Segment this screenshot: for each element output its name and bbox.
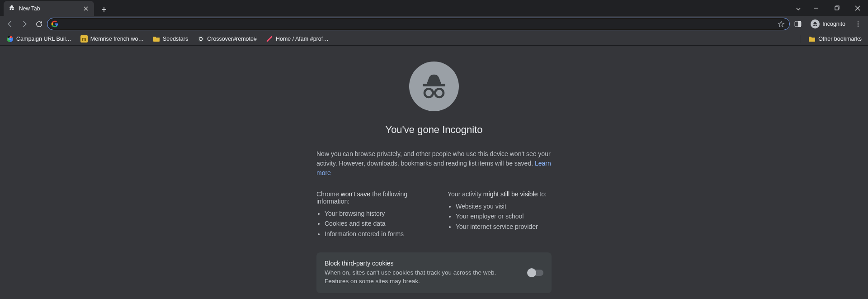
chrome-menu-button[interactable]: [852, 18, 864, 30]
close-window-button[interactable]: [847, 1, 868, 15]
cookie-card-title: Block third-party cookies: [325, 260, 520, 267]
wont-save-column: Chrome won't save the following informat…: [316, 190, 420, 239]
bookmark-item[interactable]: m Memrise french wo…: [77, 33, 147, 44]
browser-tab[interactable]: New Tab: [4, 1, 94, 16]
list-item: Your internet service provider: [456, 222, 552, 232]
col-head-strong: might still be visible: [483, 190, 538, 198]
bookmark-favicon: [6, 35, 14, 43]
col-head-strong: won't save: [341, 190, 371, 198]
svg-point-8: [9, 38, 11, 39]
bookmark-label: Memrise french wo…: [90, 36, 144, 42]
intro-paragraph: Now you can browse privately, and other …: [289, 149, 579, 178]
toolbar: Incognito: [0, 16, 868, 32]
intro-text: Now you can browse privately, and other …: [316, 150, 551, 167]
new-tab-button[interactable]: [98, 3, 110, 16]
col-head-post: to:: [538, 190, 546, 198]
tab-search-button[interactable]: [791, 2, 806, 16]
reload-button[interactable]: [33, 18, 45, 30]
list-item: Your employer or school: [456, 211, 552, 221]
incognito-hero-icon: [409, 62, 459, 111]
forward-button[interactable]: [18, 18, 31, 30]
side-panel-button[interactable]: [792, 18, 804, 30]
list-item: Cookies and site data: [325, 218, 420, 228]
incognito-indicator[interactable]: Incognito: [806, 18, 850, 30]
col-head-pre: Your activity: [448, 190, 483, 198]
bookmark-favicon: [266, 35, 273, 43]
svg-point-14: [435, 89, 443, 97]
cookie-card: Block third-party cookies When on, sites…: [316, 252, 552, 293]
bookmark-divider: [800, 35, 800, 43]
svg-rect-2: [799, 21, 801, 27]
bookmark-label: Home / Afam #prof…: [276, 36, 329, 42]
address-bar[interactable]: [47, 18, 790, 30]
svg-text:m: m: [82, 37, 86, 42]
bookmark-label: Seedstars: [163, 36, 188, 42]
visible-to-column: Your activity might still be visible to:…: [448, 190, 552, 239]
svg-point-5: [858, 25, 859, 26]
list-item: Your browsing history: [325, 209, 420, 218]
bookmark-item[interactable]: Campaign URL Buil…: [3, 33, 75, 44]
list-item: Information entered in forms: [325, 229, 420, 239]
bookmark-folder[interactable]: Seedstars: [149, 33, 192, 44]
folder-icon: [808, 35, 816, 43]
cookie-toggle[interactable]: [528, 270, 543, 276]
search-engine-icon: [51, 20, 58, 28]
titlebar: New Tab: [0, 0, 868, 16]
tab-close-icon[interactable]: [82, 5, 90, 12]
tab-title: New Tab: [19, 5, 79, 12]
window-controls: [806, 0, 868, 16]
svg-rect-0: [835, 7, 838, 10]
maximize-button[interactable]: [826, 1, 847, 15]
bookmark-favicon: m: [80, 35, 88, 43]
svg-point-3: [858, 21, 859, 22]
bookmarks-bar: Campaign URL Buil… m Memrise french wo… …: [0, 32, 868, 46]
page-title: You've gone Incognito: [385, 124, 482, 136]
incognito-chip-label: Incognito: [822, 21, 845, 27]
svg-point-4: [858, 24, 859, 24]
incognito-chip-icon: [811, 19, 820, 28]
bookmark-favicon: [197, 35, 204, 43]
bookmark-label: Campaign URL Buil…: [16, 36, 71, 42]
back-button[interactable]: [4, 18, 16, 30]
list-item: Websites you visit: [456, 201, 552, 211]
bookmark-star-icon[interactable]: [777, 19, 786, 28]
other-bookmarks-folder[interactable]: Other bookmarks: [805, 33, 865, 44]
omnibox-input[interactable]: [61, 20, 774, 28]
col-head-pre: Chrome: [316, 190, 341, 198]
incognito-tab-icon: [8, 4, 15, 13]
other-bookmarks-label: Other bookmarks: [818, 36, 862, 42]
svg-point-13: [425, 89, 433, 97]
svg-point-11: [198, 36, 204, 42]
bookmark-item[interactable]: Home / Afam #prof…: [262, 33, 332, 44]
folder-icon: [153, 35, 160, 43]
minimize-button[interactable]: [806, 1, 826, 15]
bookmark-label: Crossover#remote#: [207, 36, 257, 42]
cookie-card-desc: When on, sites can't use cookies that tr…: [325, 269, 520, 286]
page-content: You've gone Incognito Now you can browse…: [0, 46, 868, 299]
bookmark-item[interactable]: Crossover#remote#: [193, 33, 260, 44]
